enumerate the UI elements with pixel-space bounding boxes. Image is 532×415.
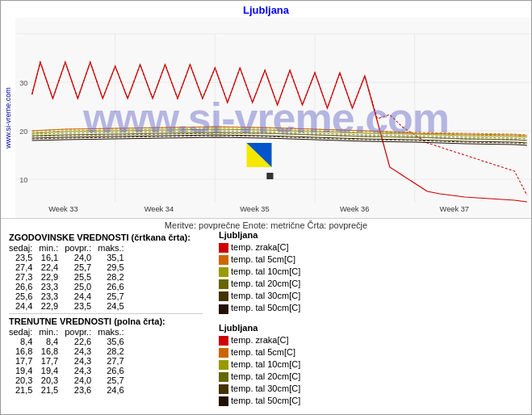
color-swatch bbox=[219, 243, 228, 253]
data-section: ZGODOVINSKE VREDNOSTI (črtkana črta): se… bbox=[1, 227, 531, 414]
historical-table: sedaj: min.: povpr.: maks.: 23,516,124,0… bbox=[9, 243, 131, 311]
table-row: 24,422,923,524,5 bbox=[9, 301, 131, 311]
color-swatch bbox=[219, 360, 228, 370]
list-item: temp. tal 30cm[C] bbox=[219, 383, 304, 395]
color-swatch bbox=[219, 279, 228, 289]
list-item: temp. tal 5cm[C] bbox=[219, 346, 304, 358]
color-swatch bbox=[219, 304, 228, 314]
data-tables: ZGODOVINSKE VREDNOSTI (črtkana črta): se… bbox=[9, 230, 523, 407]
hist-col-povpr: povpr.: bbox=[65, 243, 98, 253]
color-swatch bbox=[219, 384, 228, 394]
table-row: 19,419,424,326,6 bbox=[9, 366, 131, 375]
svg-text:10: 10 bbox=[19, 176, 27, 184]
svg-text:20: 20 bbox=[19, 128, 27, 136]
color-swatch bbox=[219, 336, 228, 346]
legend-label: temp. tal 30cm[C] bbox=[231, 384, 300, 393]
chart-svg: 10 20 30 Week 33 Week 34 Week 35 Week 36… bbox=[15, 18, 531, 218]
curr-col-min: min.: bbox=[39, 327, 65, 337]
y-axis-label: www.si-vreme.com bbox=[1, 18, 15, 218]
historical-title: ZGODOVINSKE VREDNOSTI (črtkana črta): bbox=[9, 233, 203, 242]
svg-text:Week 36: Week 36 bbox=[340, 205, 369, 213]
table-row: 27,322,925,528,2 bbox=[9, 272, 131, 282]
current-table: sedaj: min.: povpr.: maks.: 8,48,422,635… bbox=[9, 327, 131, 395]
list-item: temp. tal 5cm[C] bbox=[219, 254, 304, 266]
table-row: 20,320,324,025,7 bbox=[9, 375, 131, 385]
svg-text:30: 30 bbox=[19, 79, 27, 87]
divider bbox=[9, 313, 203, 314]
legend-label: temp. zraka[C] bbox=[231, 335, 289, 345]
svg-rect-17 bbox=[266, 173, 273, 179]
curr-col-povpr: povpr.: bbox=[65, 327, 98, 337]
chart-title: Ljubljana bbox=[1, 1, 531, 18]
list-item: temp. tal 50cm[C] bbox=[219, 302, 304, 314]
y-axis-text: www.si-vreme.com bbox=[4, 87, 12, 149]
color-swatch bbox=[219, 291, 228, 301]
legend-label: temp. tal 10cm[C] bbox=[231, 266, 300, 276]
legend-label: temp. tal 20cm[C] bbox=[231, 279, 300, 288]
hist-col-maks: maks.: bbox=[98, 243, 130, 253]
svg-rect-0 bbox=[15, 18, 531, 218]
hist-col-min: min.: bbox=[39, 243, 65, 253]
legend-label: temp. zraka[C] bbox=[231, 242, 289, 252]
table-row: 25,623,324,425,7 bbox=[9, 291, 131, 301]
svg-text:Week 35: Week 35 bbox=[240, 205, 269, 213]
legend-label: temp. tal 30cm[C] bbox=[231, 291, 300, 300]
table-row: 26,623,325,026,6 bbox=[9, 282, 131, 291]
table-row: 23,516,124,035,1 bbox=[9, 253, 131, 262]
legend-hist-table: temp. zraka[C]temp. tal 5cm[C]temp. tal … bbox=[219, 241, 304, 315]
legend-label: temp. tal 10cm[C] bbox=[231, 359, 300, 369]
list-item: temp. tal 20cm[C] bbox=[219, 278, 304, 290]
list-item: temp. zraka[C] bbox=[219, 241, 304, 254]
table-row: 21,521,523,624,6 bbox=[9, 385, 131, 395]
table-row: 17,717,724,327,7 bbox=[9, 356, 131, 366]
curr-col-sedaj: sedaj: bbox=[9, 327, 39, 337]
list-item: temp. tal 30cm[C] bbox=[219, 290, 304, 302]
legend-label: temp. tal 5cm[C] bbox=[231, 347, 295, 357]
list-item: temp. tal 10cm[C] bbox=[219, 358, 304, 371]
legend-label: temp. tal 5cm[C] bbox=[231, 254, 295, 264]
svg-text:Week 37: Week 37 bbox=[440, 205, 469, 213]
legend-curr-table: temp. zraka[C]temp. tal 5cm[C]temp. tal … bbox=[219, 334, 304, 408]
hist-col-sedaj: sedaj: bbox=[9, 243, 39, 253]
svg-text:Week 33: Week 33 bbox=[48, 205, 77, 213]
color-swatch bbox=[219, 372, 228, 382]
table-row: 27,422,425,729,5 bbox=[9, 262, 131, 272]
legend-station-title-hist: Ljubljana bbox=[219, 230, 523, 240]
legend-station-title-curr: Ljubljana bbox=[219, 323, 523, 333]
legend-label: temp. tal 50cm[C] bbox=[231, 303, 300, 312]
current-title: TRENUTNE VREDNOSTI (polna črta): bbox=[9, 316, 203, 326]
data-left: ZGODOVINSKE VREDNOSTI (črtkana črta): se… bbox=[9, 230, 203, 407]
table-row: 8,48,422,635,6 bbox=[9, 337, 131, 346]
app-container: Ljubljana www.si-vreme.com 10 20 30 bbox=[0, 0, 532, 415]
legend-label: temp. tal 50cm[C] bbox=[231, 396, 300, 405]
chart-inner: www.si-vreme.com 10 20 30 Week 33 Week 3… bbox=[1, 18, 531, 218]
list-item: temp. tal 10cm[C] bbox=[219, 266, 304, 278]
color-swatch bbox=[219, 255, 228, 265]
data-right: Ljubljana temp. zraka[C]temp. tal 5cm[C]… bbox=[219, 230, 523, 407]
chart-legend: Meritve: povprečne Enote: metrične Črta:… bbox=[1, 218, 531, 231]
legend-label: temp. tal 20cm[C] bbox=[231, 371, 300, 381]
color-swatch bbox=[219, 348, 228, 358]
color-swatch bbox=[219, 267, 228, 277]
list-item: temp. tal 20cm[C] bbox=[219, 371, 304, 383]
list-item: temp. tal 50cm[C] bbox=[219, 395, 304, 407]
color-swatch bbox=[219, 396, 228, 406]
chart-area: Ljubljana www.si-vreme.com 10 20 30 bbox=[1, 1, 531, 227]
svg-text:Week 34: Week 34 bbox=[145, 205, 174, 213]
list-item: temp. zraka[C] bbox=[219, 334, 304, 346]
table-row: 16,816,824,328,2 bbox=[9, 346, 131, 356]
curr-col-maks: maks.: bbox=[98, 327, 130, 337]
